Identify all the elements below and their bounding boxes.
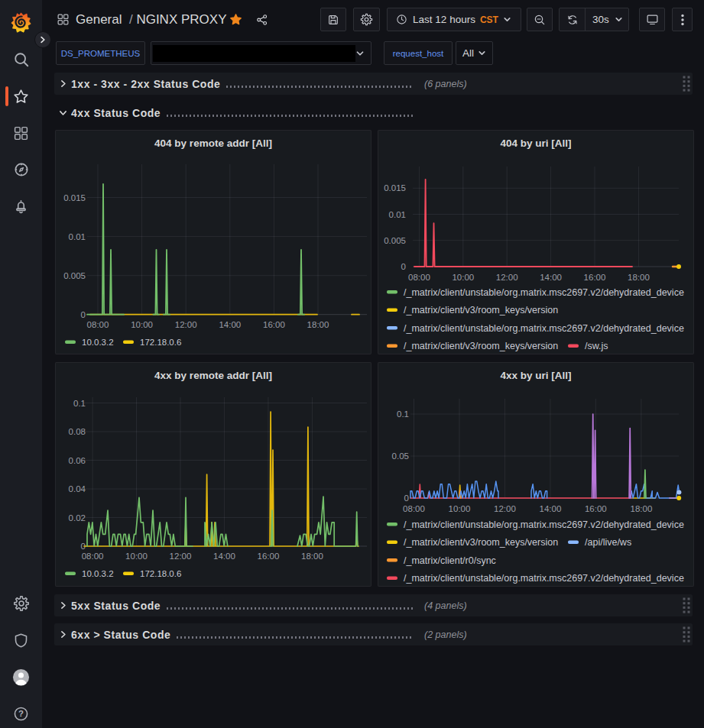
svg-text:0: 0 bbox=[81, 310, 86, 319]
svg-text:10.0.3.2: 10.0.3.2 bbox=[82, 569, 114, 578]
svg-text:0.015: 0.015 bbox=[63, 193, 86, 202]
svg-text:0.01: 0.01 bbox=[389, 210, 406, 219]
svg-text:/_matrix/client/unstable/org.m: /_matrix/client/unstable/org.matrix.msc2… bbox=[404, 573, 684, 584]
svg-text:14:00: 14:00 bbox=[540, 273, 562, 282]
svg-text:16:00: 16:00 bbox=[584, 273, 606, 282]
svg-text:18:00: 18:00 bbox=[628, 273, 650, 282]
svg-text:0: 0 bbox=[404, 493, 409, 503]
svg-text:/sw.js: /sw.js bbox=[585, 341, 608, 351]
svg-text:172.18.0.6: 172.18.0.6 bbox=[140, 569, 181, 578]
svg-text:/_matrix/client/unstable/org.m: /_matrix/client/unstable/org.matrix.msc2… bbox=[404, 287, 684, 298]
svg-text:10:00: 10:00 bbox=[131, 320, 153, 329]
svg-text:0.08: 0.08 bbox=[69, 427, 86, 436]
svg-text:0.005: 0.005 bbox=[63, 271, 86, 280]
svg-text:18:00: 18:00 bbox=[307, 320, 329, 329]
svg-text:0.05: 0.05 bbox=[392, 451, 409, 461]
svg-text:12:00: 12:00 bbox=[175, 320, 197, 329]
svg-text:16:00: 16:00 bbox=[263, 320, 285, 329]
svg-text:0.005: 0.005 bbox=[384, 236, 406, 245]
svg-text:/_matrix/client/v3/room_keys/v: /_matrix/client/v3/room_keys/version bbox=[404, 537, 558, 548]
svg-text:18:00: 18:00 bbox=[631, 504, 653, 513]
svg-text:10:00: 10:00 bbox=[449, 504, 471, 513]
svg-text:14:00: 14:00 bbox=[219, 320, 241, 329]
svg-text:10:00: 10:00 bbox=[452, 273, 474, 282]
svg-text:12:00: 12:00 bbox=[496, 273, 518, 282]
svg-text:0.04: 0.04 bbox=[69, 484, 86, 493]
svg-text:0.02: 0.02 bbox=[69, 513, 86, 523]
svg-text:0.01: 0.01 bbox=[69, 232, 86, 241]
svg-text:/_matrix/client/r0/sync: /_matrix/client/r0/sync bbox=[404, 555, 496, 566]
svg-text:16:00: 16:00 bbox=[585, 504, 607, 513]
svg-text:/api/live/ws: /api/live/ws bbox=[585, 537, 631, 548]
svg-text:08:00: 08:00 bbox=[87, 320, 109, 329]
svg-text:12:00: 12:00 bbox=[494, 504, 516, 513]
svg-text:/_matrix/client/v3/room_keys/v: /_matrix/client/v3/room_keys/version bbox=[404, 305, 558, 315]
svg-text:08:00: 08:00 bbox=[82, 552, 104, 561]
svg-text:08:00: 08:00 bbox=[403, 504, 425, 513]
svg-text:/_matrix/client/unstable/org.m: /_matrix/client/unstable/org.matrix.msc2… bbox=[404, 323, 684, 334]
svg-text:0.1: 0.1 bbox=[73, 399, 86, 408]
svg-text:14:00: 14:00 bbox=[540, 504, 562, 513]
svg-text:172.18.0.6: 172.18.0.6 bbox=[140, 338, 181, 347]
svg-text:0: 0 bbox=[401, 262, 406, 271]
svg-text:0.015: 0.015 bbox=[384, 183, 406, 193]
svg-text:0.1: 0.1 bbox=[397, 409, 409, 419]
svg-text:08:00: 08:00 bbox=[408, 273, 430, 282]
svg-text:14:00: 14:00 bbox=[213, 552, 235, 561]
svg-text:18:00: 18:00 bbox=[301, 552, 323, 561]
svg-text:/_matrix/client/unstable/org.m: /_matrix/client/unstable/org.matrix.msc2… bbox=[404, 519, 684, 530]
svg-text:0.06: 0.06 bbox=[69, 456, 86, 465]
svg-text:10:00: 10:00 bbox=[125, 552, 148, 561]
svg-text:16:00: 16:00 bbox=[258, 552, 280, 561]
svg-text:12:00: 12:00 bbox=[170, 552, 192, 561]
svg-text:10.0.3.2: 10.0.3.2 bbox=[82, 338, 114, 347]
svg-text:/_matrix/client/v3/room_keys/v: /_matrix/client/v3/room_keys/version bbox=[404, 341, 558, 351]
svg-text:?: ? bbox=[18, 709, 24, 718]
